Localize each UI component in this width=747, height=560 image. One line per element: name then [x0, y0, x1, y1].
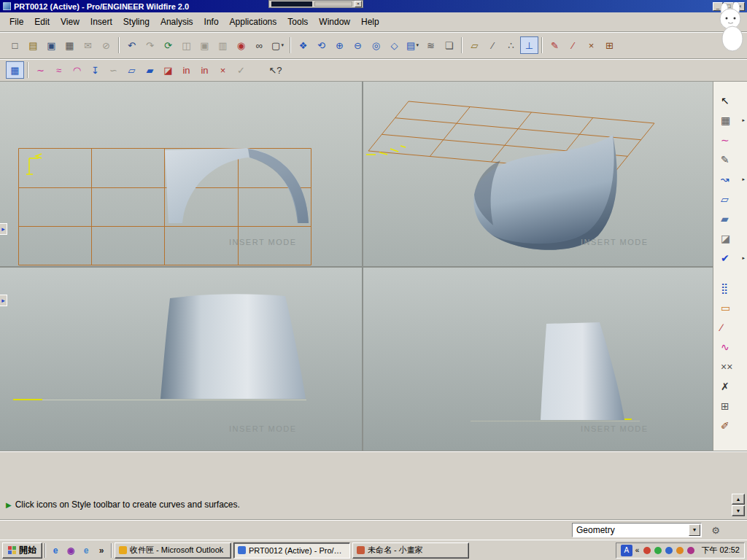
curve-fit-icon[interactable]: ↝▸ [713, 169, 747, 189]
done-check-icon[interactable]: ✔▸ [713, 248, 747, 268]
tray-display-icon[interactable] [642, 545, 651, 555]
taskbar-task-paint[interactable]: 未命名 - 小畫家 [352, 542, 469, 559]
style-surface-icon[interactable]: ▱ [123, 61, 141, 79]
menu-item-analysis[interactable]: Analysis [155, 15, 198, 29]
rectangle-icon[interactable]: ▭ [713, 298, 747, 317]
surface-side-view[interactable] [541, 322, 624, 420]
orient-mode-icon[interactable]: ◇ [385, 36, 403, 54]
menu-item-info[interactable]: Info [199, 15, 224, 29]
taskbar-task-outlook[interactable]: 收件匣 - Microsoft Outlook [115, 542, 231, 559]
menu-item-applications[interactable]: Applications [225, 15, 282, 29]
style-arc-icon[interactable]: ≈ [50, 61, 68, 79]
copy-icon[interactable]: ◫ [177, 36, 196, 54]
open-file-icon[interactable]: ▤ [24, 36, 42, 54]
quick-launch-media-icon[interactable]: ◉ [63, 543, 78, 558]
datum-point-icon[interactable]: ∴ [502, 36, 520, 54]
title-bar[interactable]: PRT0012 (Active) - Pro/ENGINEER Wildfire… [0, 0, 747, 12]
datum-axis-icon[interactable]: ∕ [484, 36, 502, 54]
paste-special-icon[interactable]: ▥ [214, 36, 232, 54]
style-curve-icon[interactable]: ∼ [31, 61, 50, 79]
context-help-icon[interactable]: ↖? [266, 61, 285, 79]
search-icon[interactable]: ∞ [250, 36, 268, 54]
graphics-area[interactable]: INSERT MODE INSERT MODE INSERT MODE INSE… [0, 82, 713, 451]
delete-points-icon[interactable]: ×× [713, 357, 747, 376]
message-scroll-down-button[interactable]: ▼ [732, 505, 745, 516]
style-done-icon[interactable]: ✓ [232, 61, 250, 79]
panel-expand-arrow-lower[interactable]: ▸ [0, 295, 7, 306]
style-grid-icon[interactable]: ▦▸ [713, 110, 747, 130]
create-curve-icon[interactable]: ∼ [713, 130, 747, 149]
sketch-icon[interactable]: ✎ [546, 36, 564, 54]
taskbar-task-proe[interactable]: PRT0012 (Active) - Pro/E... [233, 542, 350, 559]
undo-icon[interactable]: ↶ [123, 36, 141, 54]
snap-grid-icon[interactable]: ⊞ [713, 396, 747, 416]
start-button[interactable]: 開始 [2, 542, 42, 559]
selection-filter-icon[interactable]: ▢▾ [268, 36, 287, 54]
style-offset-curve-icon[interactable]: ∽ [104, 61, 123, 79]
combo-dropdown-button[interactable]: ▾ [689, 524, 700, 536]
refit-icon[interactable]: ◎ [367, 36, 385, 54]
selection-filter-combobox[interactable]: Geometry ▾ [572, 523, 702, 537]
panel-expand-arrow-upper[interactable]: ▸ [0, 223, 7, 235]
datum-plane-icon[interactable]: ▱ [465, 36, 484, 54]
surface-trim-icon[interactable]: ◪ [713, 228, 747, 248]
print-icon[interactable]: ▦ [61, 36, 79, 54]
zoom-out-icon[interactable]: ⊖ [349, 36, 367, 54]
quick-launch-browser-icon[interactable]: e [79, 543, 93, 558]
surface-top-view[interactable] [160, 294, 306, 399]
paintbrush-icon[interactable]: ✐ [713, 416, 747, 435]
tray-chevron-button[interactable]: « [635, 546, 640, 554]
menu-item-edit[interactable]: Edit [29, 15, 55, 29]
point-grid-icon[interactable]: ⣿ [713, 278, 747, 298]
tray-messenger-icon[interactable] [686, 545, 695, 555]
quick-launch-ie-icon[interactable]: e [48, 543, 63, 558]
repaint-icon[interactable]: ❖ [294, 36, 312, 54]
model-colors-icon[interactable]: ◉ [232, 36, 250, 54]
surface-front-view[interactable] [165, 148, 309, 223]
select-arrow-icon[interactable]: ↖ [713, 90, 747, 110]
intent-chain-icon[interactable]: in [177, 61, 196, 79]
intent-surface-icon[interactable]: in [196, 61, 214, 79]
layers-icon[interactable]: ≋ [422, 36, 440, 54]
regenerate-icon[interactable]: ⟳ [159, 36, 177, 54]
floating-bar-close-button[interactable]: × [355, 1, 362, 7]
tray-volume-icon[interactable] [664, 545, 673, 555]
menu-item-window[interactable]: Window [314, 15, 355, 29]
quick-launch-more-icon[interactable]: » [94, 543, 109, 558]
coordinate-system-icon[interactable]: ⊥ [520, 36, 538, 54]
axes-icon[interactable]: ✗ [713, 376, 747, 396]
axis-tool-icon[interactable]: ∕ [564, 36, 582, 54]
view-manager-icon[interactable]: ❏ [440, 36, 458, 54]
style-surface-connect-icon[interactable]: ▰ [141, 61, 159, 79]
edit-curve-icon[interactable]: ✎ [713, 149, 747, 169]
save-file-icon[interactable]: ▣ [42, 36, 61, 54]
zoom-in-icon[interactable]: ⊕ [330, 36, 349, 54]
viewport-splitter-horizontal[interactable] [0, 266, 713, 268]
geometry-filter-icon[interactable]: ⚙ [708, 524, 724, 537]
menu-item-tools[interactable]: Tools [282, 15, 313, 29]
csys-tool-icon[interactable]: ⊞ [600, 36, 619, 54]
floating-bar[interactable]: × [268, 0, 363, 8]
reorient-icon[interactable]: ⟲ [312, 36, 330, 54]
create-surface-icon[interactable]: ▱ [713, 189, 747, 209]
erase-icon[interactable]: ⊘ [97, 36, 115, 54]
send-mail-icon[interactable]: ✉ [79, 36, 97, 54]
menu-item-insert[interactable]: Insert [85, 15, 117, 29]
style-grid-front[interactable] [19, 149, 311, 265]
ime-indicator[interactable]: A [621, 545, 632, 556]
style-circle-icon[interactable]: ◠ [68, 61, 86, 79]
message-scroll-up-button[interactable]: ▲ [732, 494, 745, 505]
tray-antivirus-icon[interactable] [653, 545, 662, 555]
menu-item-help[interactable]: Help [356, 15, 384, 29]
saved-views-icon[interactable]: ▤▾ [403, 36, 422, 54]
style-trim-icon[interactable]: ◪ [159, 61, 177, 79]
redo-icon[interactable]: ↷ [141, 36, 159, 54]
dashed-line-icon[interactable]: ∕ [713, 317, 747, 337]
style-drop-curve-icon[interactable]: ↧ [86, 61, 104, 79]
menu-item-file[interactable]: File [4, 15, 28, 29]
wave-curve-icon[interactable]: ∿ [713, 337, 747, 357]
style-delete-icon[interactable]: × [214, 61, 232, 79]
surface-connect-icon[interactable]: ▰ [713, 209, 747, 228]
tray-update-icon[interactable] [675, 545, 684, 555]
menu-item-view[interactable]: View [55, 15, 85, 29]
